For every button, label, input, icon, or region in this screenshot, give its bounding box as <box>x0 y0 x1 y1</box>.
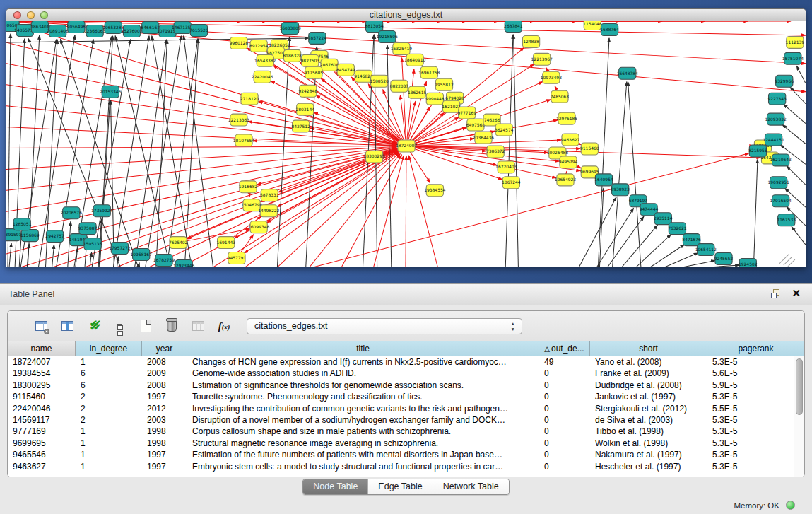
network-node[interactable]: 17016504 <box>770 195 792 207</box>
network-node[interactable]: 17957272 <box>109 243 130 255</box>
citation-edge-red[interactable] <box>6 146 396 148</box>
network-node[interactable]: 9960128 <box>230 37 249 49</box>
network-node[interactable]: 7615526 <box>189 24 208 36</box>
citation-edge-black[interactable] <box>277 37 290 267</box>
network-node[interactable]: 1156869 <box>20 230 40 242</box>
column-header-title[interactable]: title <box>187 341 539 356</box>
network-node[interactable]: 9056496 <box>67 21 86 33</box>
cell-title[interactable]: Changes of HCN gene expression and I(f) … <box>187 356 539 368</box>
network-node[interactable]: 9777169 <box>458 107 477 119</box>
cell-short[interactable]: de Silva et al. (2003) <box>590 414 707 426</box>
citation-edge-red[interactable] <box>6 148 396 211</box>
network-node[interactable]: 9457791 <box>228 252 247 264</box>
citation-edge-black[interactable] <box>682 260 715 267</box>
cell-out_de[interactable]: 0 <box>539 368 590 379</box>
network-node[interactable]: 10654112 <box>695 244 717 256</box>
function-builder-button[interactable]: f(x) <box>215 317 233 335</box>
cell-in_degree[interactable]: 2 <box>76 403 142 414</box>
network-node[interactable]: 20206576 <box>61 207 82 219</box>
network-node[interactable]: 7632621 <box>668 223 687 235</box>
tab-node-table[interactable]: Node Table <box>303 479 367 494</box>
cell-title[interactable]: Embryonic stem cells: a model to study s… <box>187 461 539 472</box>
citation-edge-red[interactable] <box>310 153 400 267</box>
citation-edge-red[interactable] <box>566 171 567 173</box>
network-node[interactable]: 16210643 <box>770 154 792 166</box>
column-header-in_degree[interactable]: in_degree <box>76 341 142 356</box>
network-node[interactable]: 12975185 <box>556 112 577 124</box>
table-row[interactable]: 1456911722003Disruption of a novel membe… <box>8 414 794 426</box>
tab-network-table[interactable]: Network Table <box>433 479 509 494</box>
cell-in_degree[interactable]: 1 <box>76 426 142 437</box>
close-panel-icon[interactable]: ✕ <box>792 287 801 300</box>
citation-edge-red[interactable] <box>410 151 430 182</box>
network-node[interactable]: 9175685 <box>305 66 324 78</box>
network-node[interactable]: 1924502 <box>739 259 758 267</box>
network-node[interactable]: 1285051 <box>13 218 32 230</box>
cell-year[interactable]: 2009 <box>142 368 187 379</box>
cell-out_de[interactable]: 0 <box>539 380 590 391</box>
cell-short[interactable]: Nakamura et al. (1997) <box>590 449 707 460</box>
cell-title[interactable]: Estimation of the future numbers of pati… <box>187 449 539 460</box>
citation-edge-black[interactable] <box>753 159 758 267</box>
cell-year[interactable]: 2003 <box>142 414 187 426</box>
citation-edge-red[interactable] <box>6 42 396 144</box>
network-node[interactable]: 124838 <box>522 35 539 47</box>
citation-edge-black[interactable] <box>790 87 806 103</box>
cell-title[interactable]: Estimation of significance thresholds fo… <box>187 380 539 391</box>
network-window-titlebar[interactable]: citations_edges.txt <box>6 9 806 21</box>
network-node[interactable]: 10973493 <box>541 71 562 83</box>
cell-pagerank[interactable]: 5.6E-5 <box>707 368 794 379</box>
network-node[interactable]: 9245652 <box>714 253 734 265</box>
cell-short[interactable]: Yano et al. (2008) <box>590 356 707 368</box>
cell-year[interactable]: 2008 <box>142 356 187 368</box>
network-node[interactable]: 7625402 <box>169 237 188 249</box>
network-node[interactable]: 1067244 <box>502 177 521 189</box>
cell-out_de[interactable]: 0 <box>539 391 590 402</box>
float-panel-icon[interactable] <box>771 289 781 299</box>
citation-edge-black[interactable] <box>787 166 806 185</box>
cell-short[interactable]: Jankovic et al. (1997) <box>590 391 707 402</box>
cell-pagerank[interactable]: 5.3E-5 <box>707 449 794 460</box>
network-node[interactable]: 15276002 <box>121 25 142 37</box>
cell-name[interactable]: 18724007 <box>8 356 76 368</box>
table-row[interactable]: 911546021997Tourette syndrome. Phenomeno… <box>8 391 794 402</box>
citation-edge-black[interactable] <box>184 39 198 267</box>
network-node[interactable]: 15325419 <box>391 42 412 54</box>
cell-year[interactable]: 1998 <box>142 426 187 437</box>
network-node[interactable]: 9115460 <box>580 143 599 155</box>
show-columns-button[interactable] <box>58 317 76 335</box>
cell-name[interactable]: 9699695 <box>8 438 76 449</box>
network-node[interactable]: 18640910 <box>404 54 425 66</box>
cell-year[interactable]: 1998 <box>142 438 187 449</box>
citation-edge-black[interactable] <box>792 227 806 245</box>
network-node[interactable]: 9329966 <box>775 75 794 87</box>
cell-in_degree[interactable]: 6 <box>76 380 142 391</box>
cell-pagerank[interactable]: 5.9E-5 <box>707 380 794 391</box>
citation-edge-red[interactable] <box>410 107 430 141</box>
column-header-out_de[interactable]: △out_de... <box>539 341 590 356</box>
tab-edge-table[interactable]: Edge Table <box>367 479 432 494</box>
cell-name[interactable]: 9115460 <box>8 391 76 402</box>
table-row[interactable]: 946362711997Embryonic stem cells: a mode… <box>8 461 794 472</box>
cell-in_degree[interactable]: 1 <box>76 449 142 460</box>
network-node[interactable]: 1916682 <box>239 181 258 193</box>
network-node[interactable]: 7386372 <box>486 146 505 158</box>
window-resize-grip[interactable] <box>779 254 789 264</box>
table-row[interactable]: 2242004622012Investigating the contribut… <box>8 403 794 414</box>
vertical-scrollbar[interactable] <box>794 356 804 477</box>
cell-pagerank[interactable]: 5.3E-5 <box>707 426 794 437</box>
network-node[interactable]: 2687841 <box>504 21 523 32</box>
cell-year[interactable]: 1997 <box>142 391 187 402</box>
network-node[interactable]: 12213363 <box>228 114 249 126</box>
network-node[interactable]: 20153346 <box>100 86 121 98</box>
citation-edge-black[interactable] <box>636 234 671 267</box>
citation-edge-red[interactable] <box>313 153 749 267</box>
network-node[interactable]: 8454749 <box>336 64 355 76</box>
network-node[interactable]: 16033809 <box>279 22 300 34</box>
table-row[interactable]: 946554611997Estimation of the future num… <box>8 449 794 460</box>
cell-title[interactable]: Investigating the contribution of common… <box>187 403 539 414</box>
network-node[interactable]: 8215955 <box>748 145 767 157</box>
cell-in_degree[interactable]: 6 <box>76 368 142 379</box>
cell-short[interactable]: Dudbridge et al. (2008) <box>590 380 707 391</box>
network-node[interactable]: 9375887 <box>78 223 98 235</box>
